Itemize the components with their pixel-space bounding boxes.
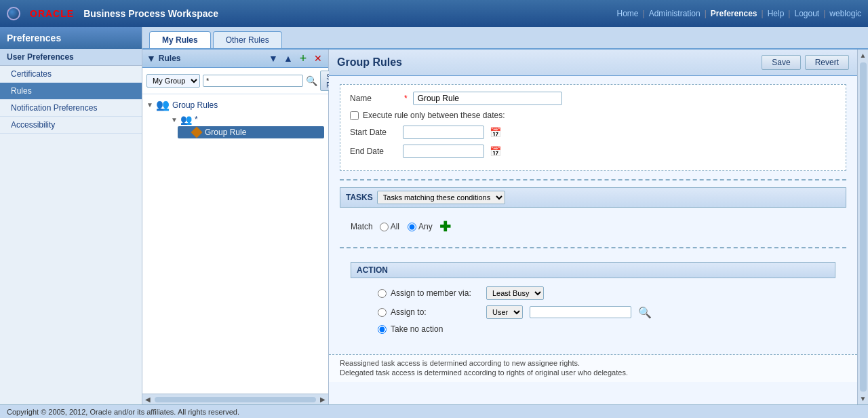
tree-subitem[interactable]: ▼ 👥 * xyxy=(157,113,324,126)
search-input[interactable] xyxy=(203,75,303,87)
execute-rule-checkbox[interactable] xyxy=(350,111,359,120)
add-rule-btn[interactable]: + xyxy=(297,52,309,64)
oracle-logo: ORACLE xyxy=(30,8,74,19)
sidebar-item-accessibility[interactable]: Accessibility xyxy=(0,117,142,134)
scroll-up-arrow[interactable]: ▲ xyxy=(858,50,868,61)
nav-sep-2: | xyxy=(705,9,707,18)
sidebar-header: Preferences xyxy=(0,27,142,49)
end-date-input[interactable] xyxy=(403,145,484,158)
search-icon[interactable]: 🔍 xyxy=(306,75,317,86)
start-date-input[interactable] xyxy=(403,126,484,139)
main-layout: Preferences User Preferences Certificate… xyxy=(0,27,868,404)
group-select[interactable]: My Group xyxy=(146,74,200,88)
form-section-name: Name * Execute rule only between these d… xyxy=(340,84,846,171)
match-all-radio[interactable] xyxy=(380,223,389,231)
match-any-label: Any xyxy=(418,222,433,231)
save-button[interactable]: Save xyxy=(762,55,800,70)
match-any-item: Any xyxy=(408,222,433,231)
start-date-cal-icon[interactable]: 📅 xyxy=(490,127,501,138)
form-title: Group Rules xyxy=(337,56,402,69)
nav-sep-1: | xyxy=(643,9,645,18)
rules-panel: ▼ Rules ▼ ▲ + ✕ My Group 🔍 Show Rules xyxy=(142,50,329,404)
match-label: Match xyxy=(351,222,373,231)
nav-help[interactable]: Help xyxy=(768,9,785,18)
name-label: Name xyxy=(350,94,397,103)
form-area: Group Rules Save Revert Name * xyxy=(329,50,868,404)
tree-group: ▼ 👥 Group Rules ▼ 👥 * xyxy=(146,97,324,138)
form-actions: Save Revert xyxy=(762,55,849,70)
hscroll-left[interactable]: ◀ xyxy=(142,394,153,404)
rules-panel-title: Rules xyxy=(159,54,264,63)
move-up-btn[interactable]: ▲ xyxy=(282,52,294,64)
sidebar-item-rules[interactable]: Rules xyxy=(0,83,142,100)
sidebar: Preferences User Preferences Certificate… xyxy=(0,27,142,404)
tasks-section: TASKS Tasks matching these conditions Ma… xyxy=(340,187,846,240)
nav-sep-3: | xyxy=(762,9,764,18)
assign-member-dropdown[interactable]: Least Busy xyxy=(486,286,544,300)
assign-member-label: Assign to member via: xyxy=(391,288,471,298)
diamond-icon xyxy=(191,127,203,138)
content-area: My Rules Other Rules ▼ Rules ▼ ▲ + ✕ My … xyxy=(142,27,868,404)
nav-preferences[interactable]: Preferences xyxy=(711,9,757,18)
add-condition-btn[interactable]: ✚ xyxy=(439,218,451,235)
nav-user[interactable]: weblogic xyxy=(829,9,861,18)
start-date-label: Start Date xyxy=(350,128,397,137)
form-header: Group Rules Save Revert xyxy=(329,50,857,76)
tasks-section-header: TASKS Tasks matching these conditions xyxy=(340,187,846,208)
hscroll: ◀ ▶ xyxy=(142,394,328,404)
user-input[interactable] xyxy=(530,306,631,318)
match-any-radio[interactable] xyxy=(408,223,416,231)
match-radio-group: All Any xyxy=(380,222,433,231)
rule-label: Group Rule xyxy=(205,128,246,137)
end-date-cal-icon[interactable]: 📅 xyxy=(490,146,501,157)
sub-group-icon: 👥 xyxy=(180,114,192,125)
revert-button[interactable]: Revert xyxy=(805,55,849,70)
hscroll-right[interactable]: ▶ xyxy=(317,394,328,404)
sub-asterisk: * xyxy=(195,115,198,124)
name-row: Name * xyxy=(350,92,836,105)
take-no-action-radio-group: Take no action xyxy=(378,324,479,334)
panels: ▼ Rules ▼ ▲ + ✕ My Group 🔍 Show Rules xyxy=(142,50,868,404)
end-date-row: End Date 📅 xyxy=(350,145,836,158)
tasks-condition-select[interactable]: Tasks matching these conditions xyxy=(377,191,505,204)
tab-bar: My Rules Other Rules xyxy=(142,27,868,50)
assign-member-radio[interactable] xyxy=(378,289,387,298)
tree-group-header[interactable]: ▼ 👥 Group Rules xyxy=(146,97,324,113)
nav-logout[interactable]: Logout xyxy=(794,9,819,18)
name-required: * xyxy=(404,94,408,103)
end-date-label: End Date xyxy=(350,147,397,156)
move-down-btn[interactable]: ▼ xyxy=(267,52,279,64)
scroll-down-arrow[interactable]: ▼ xyxy=(858,393,868,404)
tab-other-rules[interactable]: Other Rules xyxy=(213,31,282,48)
hscroll-area: ◀ ▶ xyxy=(142,394,328,404)
tree-sub-group: ▼ 👥 * Group Rule xyxy=(146,113,324,138)
nav-home[interactable]: Home xyxy=(617,9,639,18)
right-scrollbar: ▲ ▼ xyxy=(857,50,868,404)
nav-administration[interactable]: Administration xyxy=(649,9,701,18)
tree-rule-item[interactable]: Group Rule xyxy=(178,126,324,138)
match-all-item: All xyxy=(380,222,399,231)
assign-to-label: Assign to: xyxy=(391,307,427,317)
collapse-icon[interactable]: ▼ xyxy=(146,53,156,64)
tab-my-rules[interactable]: My Rules xyxy=(149,31,211,48)
take-no-action-radio[interactable] xyxy=(378,325,387,334)
assign-to-radio[interactable] xyxy=(378,308,387,317)
expand-icon: ▼ xyxy=(146,101,153,109)
sidebar-item-certificates[interactable]: Certificates xyxy=(0,66,142,83)
group-rules-label: Group Rules xyxy=(172,100,218,110)
rules-tree: ▼ 👥 Group Rules ▼ 👥 * xyxy=(142,94,328,141)
close-rule-btn[interactable]: ✕ xyxy=(312,52,324,64)
footer-note-1: Reassigned task access is determined acc… xyxy=(340,359,846,367)
user-search-btn[interactable]: 🔍 xyxy=(638,306,652,319)
assign-to-row: Assign to: User 🔍 xyxy=(351,305,835,319)
topbar-nav: Home | Administration | Preferences | He… xyxy=(617,9,861,18)
take-no-action-row: Take no action xyxy=(351,324,835,334)
user-type-select[interactable]: User xyxy=(486,305,523,319)
sidebar-item-notification-preferences[interactable]: Notification Preferences xyxy=(0,100,142,117)
name-input[interactable] xyxy=(413,92,562,105)
sidebar-section-title: User Preferences xyxy=(0,49,142,66)
separator-2 xyxy=(340,247,846,248)
tree-rule-container: Group Rule xyxy=(157,126,324,138)
form-panel: Group Rules Save Revert Name * xyxy=(329,50,857,404)
globe-icon xyxy=(7,7,20,20)
